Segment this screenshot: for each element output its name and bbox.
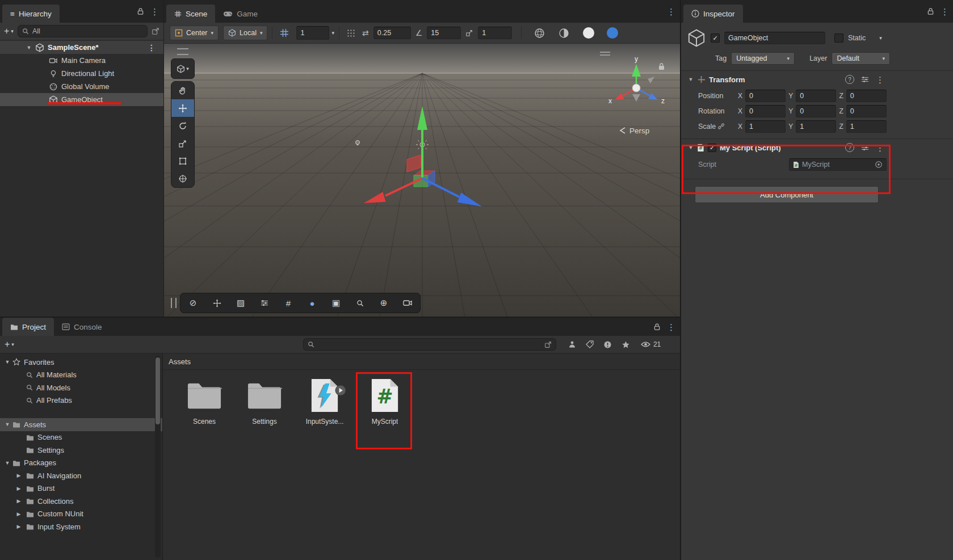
help-icon[interactable]: ? <box>845 75 854 84</box>
asset-item-settings[interactable]: Settings <box>239 377 290 426</box>
transform-header[interactable]: ▼ Transform ? ⋮ <box>681 71 890 88</box>
kebab-menu-icon[interactable]: ⋮ <box>667 7 675 16</box>
search-by-log-icon[interactable] <box>603 340 612 349</box>
kebab-menu-icon[interactable]: ⋮ <box>876 144 884 152</box>
gizmo-y-label[interactable]: y <box>635 55 638 63</box>
object-picker-icon[interactable] <box>875 161 883 169</box>
lighting-toggle[interactable] <box>534 28 545 39</box>
hierarchy-search-input[interactable]: All <box>18 25 148 37</box>
lock-icon[interactable] <box>654 323 660 331</box>
layer-dropdown[interactable]: Default ▾ <box>832 52 890 65</box>
foldout-icon[interactable]: ▼ <box>5 422 10 427</box>
foldout-icon[interactable]: ▶ <box>16 486 22 491</box>
grid-snap-toggle[interactable]: # <box>277 295 300 311</box>
presets-icon[interactable] <box>861 76 869 83</box>
position-x-field[interactable]: 0 <box>745 90 786 102</box>
scale-snap-field[interactable]: 1 <box>478 27 512 39</box>
tree-scrollbar[interactable] <box>155 356 161 558</box>
create-asset-button[interactable]: +▾ <box>5 339 14 350</box>
tree-input-system[interactable]: ▶ Input System <box>0 520 162 533</box>
visibility-toggle[interactable]: 21 <box>641 340 661 348</box>
camera-settings-button[interactable] <box>607 27 618 39</box>
project-search-input[interactable] <box>303 338 556 351</box>
scale-x-field[interactable]: 1 <box>745 120 786 133</box>
search-by-label-icon[interactable] <box>586 340 594 348</box>
component-enabled-checkbox[interactable]: ✓ <box>708 144 716 152</box>
tab-console[interactable]: Console <box>54 318 110 336</box>
grid-size-dropdown-icon[interactable]: ▾ <box>331 30 334 36</box>
gizmo-z-label[interactable]: z <box>661 97 665 105</box>
transform-tool-button[interactable] <box>171 170 194 187</box>
scrollbar-thumb[interactable] <box>156 357 160 424</box>
foldout-icon[interactable]: ▼ <box>5 460 10 466</box>
tree-item-scene[interactable]: ▼ SampleScene* ⋮ <box>0 41 163 54</box>
tab-scene[interactable]: Scene <box>166 5 215 23</box>
frame-selected-button[interactable]: ⊕ <box>372 295 395 311</box>
tree-packages[interactable]: ▼ Packages <box>0 457 162 470</box>
tree-item-global-volume[interactable]: Global Volume <box>0 80 163 93</box>
rotation-z-field[interactable]: 0 <box>846 105 887 117</box>
rotation-x-field[interactable]: 0 <box>745 105 786 117</box>
position-z-field[interactable]: 0 <box>846 90 887 102</box>
tree-burst[interactable]: ▶ Burst <box>0 482 162 495</box>
save-search-icon[interactable] <box>622 340 630 349</box>
scale-y-field[interactable]: 1 <box>796 120 836 133</box>
scene-search-button[interactable] <box>349 295 371 311</box>
foldout-icon[interactable]: ▶ <box>16 473 22 478</box>
overlay-drag-handle[interactable] <box>177 48 188 55</box>
foldout-icon[interactable]: ▼ <box>688 77 694 82</box>
rotation-y-field[interactable]: 0 <box>796 105 836 117</box>
tree-item-gameobject[interactable]: GameObject <box>0 93 163 106</box>
scene-visibility-toggle[interactable] <box>559 28 569 39</box>
tree-item-directional-light[interactable]: Directional Light <box>0 67 163 80</box>
tree-ai-navigation[interactable]: ▶ AI Navigation <box>0 469 162 482</box>
overlay-drag-handle[interactable] <box>171 298 177 308</box>
asset-item-myscript[interactable]: # MyScript <box>359 377 410 426</box>
tree-settings[interactable]: Settings <box>0 444 162 457</box>
gizmos-toggle[interactable]: ▣ <box>325 295 347 311</box>
effects-dropdown[interactable] <box>583 27 594 39</box>
asset-item-scenes[interactable]: Scenes <box>179 377 230 426</box>
asset-item-inputsystem[interactable]: InputSyste... <box>299 377 350 426</box>
rect-tool-button[interactable] <box>171 152 194 170</box>
position-y-field[interactable]: 0 <box>796 90 836 102</box>
presets-icon[interactable] <box>861 144 869 151</box>
foldout-icon[interactable]: ▼ <box>5 359 10 365</box>
kebab-menu-icon[interactable]: ⋮ <box>150 7 159 16</box>
scale-tool-button[interactable] <box>171 134 194 152</box>
kebab-menu-icon[interactable]: ⋮ <box>941 7 949 16</box>
rotate-tool-button[interactable] <box>171 117 194 134</box>
rotate-snap-field[interactable]: 15 <box>427 27 461 39</box>
tab-project[interactable]: Project <box>2 318 54 336</box>
scene-viewport[interactable]: y x z Persp ▾ <box>164 44 680 317</box>
tab-game[interactable]: Game <box>215 5 266 23</box>
tree-scenes[interactable]: Scenes <box>0 431 162 444</box>
my-script-header[interactable]: ▼ # ✓ My Script (Script) ? ⋮ <box>681 139 890 156</box>
foldout-icon[interactable]: ▶ <box>16 524 22 529</box>
tree-all-prefabs[interactable]: All Prefabs <box>0 394 162 407</box>
tab-inspector[interactable]: Inspector <box>683 5 743 23</box>
script-object-field[interactable]: # MyScript <box>789 158 887 171</box>
lock-icon[interactable] <box>137 7 144 15</box>
scene-visibility-sliders[interactable] <box>253 295 276 311</box>
skybox-toggle[interactable]: ● <box>301 295 324 311</box>
grid-visibility-toggle[interactable] <box>277 26 292 40</box>
shaded-wireframe-button[interactable]: ▨ <box>229 295 252 311</box>
tag-dropdown[interactable]: Untagged ▾ <box>731 52 795 65</box>
static-dropdown-icon[interactable]: ▾ <box>879 35 882 41</box>
tree-custom-nunit[interactable]: ▶ Custom NUnit <box>0 508 162 521</box>
active-checkbox[interactable]: ✓ <box>711 33 720 43</box>
foldout-icon[interactable]: ▶ <box>16 498 22 504</box>
move-tool-button[interactable] <box>171 99 194 117</box>
view-options-dropdown[interactable]: ▾ <box>171 58 195 79</box>
static-checkbox[interactable] <box>834 33 843 43</box>
foldout-icon[interactable]: ▼ <box>688 145 694 150</box>
view-2d-toggle[interactable] <box>205 295 228 311</box>
move-snap-field[interactable]: 0.25 <box>373 27 411 39</box>
pivot-mode-dropdown[interactable]: Center▾ <box>170 26 219 40</box>
scale-z-field[interactable]: 1 <box>846 120 887 133</box>
kebab-menu-icon[interactable]: ⋮ <box>876 75 884 84</box>
lock-icon[interactable] <box>927 7 934 15</box>
tree-collections[interactable]: ▶ Collections <box>0 495 162 508</box>
search-picker-icon[interactable] <box>152 27 159 35</box>
